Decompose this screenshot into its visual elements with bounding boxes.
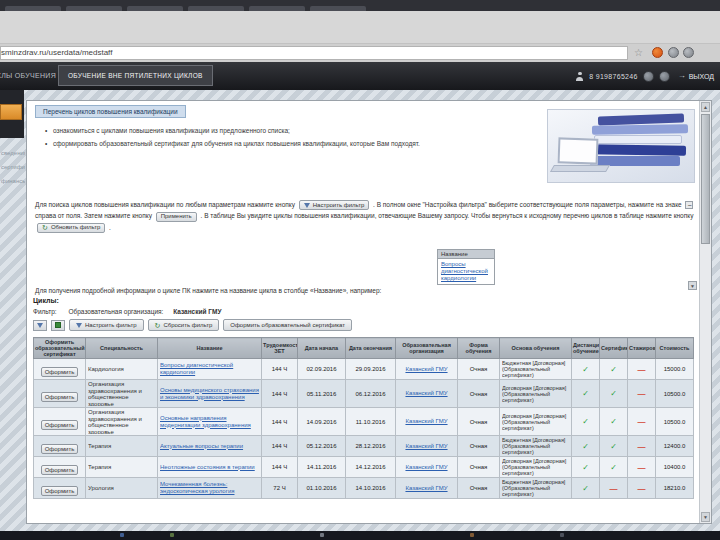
example-cycle-link[interactable]: Вопросы диагностической кардиологии <box>438 259 494 284</box>
org-link[interactable]: Казанский ГМУ <box>398 464 455 471</box>
org-link[interactable]: Казанский ГМУ <box>398 485 455 492</box>
internship-check: — <box>628 457 656 478</box>
col-header: Трудоемкость ЗЕТ <box>262 338 298 359</box>
tab-outside-five-year-cycles[interactable]: ОБУЧЕНИЕ ВНЕ ПЯТИЛЕТНИХ ЦИКЛОВ <box>58 65 213 86</box>
table-header-row: Оформить образовательный сертификат Спец… <box>34 338 694 359</box>
laptop-screen-shape <box>558 137 599 164</box>
hours-cell: 144 Ч <box>262 457 298 478</box>
scroll-down-arrow[interactable]: ▼ <box>688 281 697 290</box>
configure-filter-inline-button[interactable]: Настроить фильтр <box>299 200 370 210</box>
org-link[interactable]: Казанский ГМУ <box>398 443 455 450</box>
menu-badge-icon[interactable] <box>683 47 694 58</box>
section-tab[interactable]: Перечень циклов повышения квалификации <box>35 105 186 118</box>
configure-filter-button[interactable]: Настроить фильтр <box>69 319 144 331</box>
col-header: Форма обучения <box>458 338 500 359</box>
profile-badge-icon[interactable] <box>668 47 679 58</box>
extension-badge-icon[interactable] <box>652 47 663 58</box>
filter-label: Фильтр: <box>33 308 57 315</box>
para-text: . <box>109 224 111 231</box>
col-header: Сертификат <box>600 338 628 359</box>
internship-check: — <box>628 436 656 457</box>
form-cell: Очная <box>458 436 500 457</box>
apply-inline-button[interactable]: Применить <box>156 212 197 222</box>
sidebar-active-item[interactable] <box>0 104 22 120</box>
scroll-down-arrow[interactable]: ▼ <box>701 512 710 522</box>
refresh-filter-inline-button[interactable]: ↻Обновить фильтр <box>37 223 105 233</box>
sidebar-item[interactable]: сведения <box>1 150 25 156</box>
taskbar-icon[interactable] <box>320 533 324 537</box>
taskbar-icon[interactable] <box>170 533 174 537</box>
panel-scrollbar[interactable]: ▲ ▼ <box>699 101 711 523</box>
workspace: сведения сертификаты финансы Перечень ци… <box>0 90 720 531</box>
taskbar <box>0 531 720 540</box>
sidebar-item[interactable]: финансы <box>1 178 25 184</box>
excel-export-icon-button[interactable] <box>51 320 65 331</box>
table-row: Оформить Организация здравоохранения и о… <box>34 408 694 436</box>
make-cert-row-button[interactable]: Оформить <box>41 392 79 402</box>
cycles-table: Оформить образовательный сертификат Спец… <box>33 337 694 499</box>
form-cell: Очная <box>458 408 500 436</box>
cycle-name-link[interactable]: Основы медицинского страхования и эконом… <box>160 387 259 401</box>
tab-training-cycles[interactable]: ЦИКЛЫ ОБУЧЕНИЯ <box>0 62 56 90</box>
make-cert-row-button[interactable]: Оформить <box>41 486 79 496</box>
hours-cell: 144 Ч <box>262 436 298 457</box>
book-shape <box>592 124 688 135</box>
taskbar-icon[interactable] <box>560 533 564 537</box>
scroll-up-arrow[interactable]: ▲ <box>701 102 710 112</box>
start-date-cell: 14.11.2016 <box>298 457 346 478</box>
sidebar-item[interactable]: сертификаты <box>1 164 25 170</box>
make-certificate-button[interactable]: Оформить образовательный сертификат <box>223 319 352 331</box>
taskbar-icon[interactable] <box>120 533 124 537</box>
certificate-check: ✓ <box>600 359 628 380</box>
start-date-cell: 02.09.2016 <box>298 359 346 380</box>
make-cert-row-button[interactable]: Оформить <box>41 465 79 475</box>
para-text: . В таблице Вы увидите циклы повышения к… <box>201 212 694 219</box>
scrollbar-thumb[interactable] <box>701 114 710 244</box>
refresh-icon: ↻ <box>42 224 48 231</box>
example-column-header: Название <box>438 250 494 259</box>
header-round-icon-2[interactable] <box>659 71 670 82</box>
logout-icon: → <box>678 72 686 80</box>
bullet-item: ознакомиться с циклами повышения квалифи… <box>45 127 545 135</box>
reset-filter-button[interactable]: ↻Сбросить фильтр <box>148 319 220 331</box>
org-link[interactable]: Казанский ГМУ <box>398 390 455 397</box>
make-cert-row-button[interactable]: Оформить <box>41 420 79 430</box>
book-shape <box>594 135 682 144</box>
header-right: 8 9198765246 → ВЫХОД <box>575 62 717 90</box>
basis-cell: Бюджетная [Договорная] (Образовательный … <box>502 360 569 378</box>
taskbar-icon[interactable] <box>470 533 474 537</box>
basis-cell: Договорная [Договорная] (Образовательный… <box>502 385 569 403</box>
start-date-cell: 14.09.2016 <box>298 408 346 436</box>
filter-funnel-icon-button[interactable] <box>33 320 47 331</box>
table-row: Оформить Урология Мочекаменная болезнь: … <box>34 478 694 499</box>
specialty-cell: Организация здравоохранения и общественн… <box>88 409 155 434</box>
logout-button[interactable]: → ВЫХОД <box>675 70 717 82</box>
org-link[interactable]: Казанский ГМУ <box>398 366 455 373</box>
cost-cell: 18210.0 <box>656 478 694 499</box>
make-cert-row-button[interactable]: Оформить <box>41 367 79 377</box>
hours-cell: 144 Ч <box>262 408 298 436</box>
form-cell: Очная <box>458 478 500 499</box>
bookmark-star-icon[interactable]: ☆ <box>634 46 643 60</box>
col-header: Дата начала <box>298 338 346 359</box>
laptop-shape <box>550 165 610 172</box>
header-round-icon-1[interactable] <box>643 71 654 82</box>
para-text: . В полном окне "Настройка фильтра" выбе… <box>373 201 682 208</box>
hours-cell: 144 Ч <box>262 380 298 408</box>
cycle-name-link[interactable]: Актуальные вопросы терапии <box>160 443 259 450</box>
basis-cell: Бюджетная [Договорная] (Образовательный … <box>502 479 569 497</box>
cycle-name-link[interactable]: Мочекаменная болезнь: эндоскопическая ур… <box>160 481 259 495</box>
cycle-name-link[interactable]: Неотложные состояния в терапии <box>160 464 259 471</box>
cycle-name-link[interactable]: Основные направления модернизации здраво… <box>160 415 259 429</box>
col-header: Дата окончания <box>346 338 396 359</box>
info-line: Для получения подробной информации о цик… <box>35 287 675 294</box>
cost-cell: 15000.0 <box>656 359 694 380</box>
url-input[interactable]: rosminzdrav.ru/userdata/medstaff <box>0 46 628 60</box>
col-header: Название <box>158 338 262 359</box>
org-link[interactable]: Казанский ГМУ <box>398 418 455 425</box>
specialty-cell: Терапия <box>88 443 155 450</box>
cycle-name-link[interactable]: Вопросы диагностической кардиологии <box>160 362 259 376</box>
col-header: Дистанционное обучение <box>572 338 600 359</box>
cost-cell: 10500.0 <box>656 380 694 408</box>
make-cert-row-button[interactable]: Оформить <box>41 444 79 454</box>
